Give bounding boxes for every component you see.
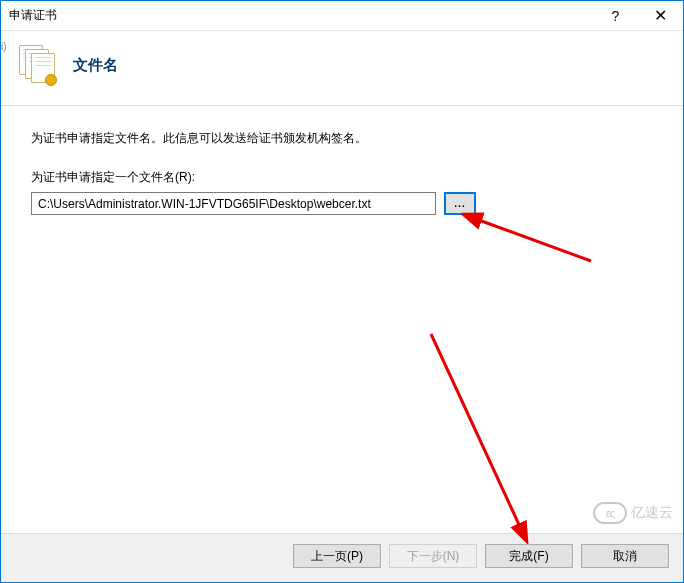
titlebar: 申请证书 ? ✕	[1, 1, 683, 31]
wizard-footer: 上一页(P) 下一步(N) 完成(F) 取消	[1, 533, 683, 582]
file-row: ...	[31, 192, 653, 215]
previous-button[interactable]: 上一页(P)	[293, 544, 381, 568]
page-title: 文件名	[73, 56, 118, 75]
watermark: ες 亿速云	[593, 502, 673, 524]
window-title: 申请证书	[9, 7, 593, 24]
close-button[interactable]: ✕	[638, 1, 683, 30]
certificate-icon	[19, 45, 59, 85]
help-button[interactable]: ?	[593, 1, 638, 30]
left-edge-fragment: i)	[1, 41, 4, 121]
finish-button[interactable]: 完成(F)	[485, 544, 573, 568]
certificate-request-dialog: 申请证书 ? ✕ 文件名 为证书申请指定文件名。此信息可以发送给证书颁发机构签名…	[0, 0, 684, 583]
browse-button[interactable]: ...	[444, 192, 476, 215]
cancel-button[interactable]: 取消	[581, 544, 669, 568]
filename-label: 为证书申请指定一个文件名(R):	[31, 169, 653, 186]
watermark-badge-icon: ες	[593, 502, 627, 524]
watermark-text: 亿速云	[631, 504, 673, 522]
wizard-content: 为证书申请指定文件名。此信息可以发送给证书颁发机构签名。 为证书申请指定一个文件…	[1, 106, 683, 533]
description-text: 为证书申请指定文件名。此信息可以发送给证书颁发机构签名。	[31, 130, 653, 147]
filename-input[interactable]	[31, 192, 436, 215]
wizard-header: 文件名	[1, 31, 683, 105]
next-button: 下一步(N)	[389, 544, 477, 568]
window-controls: ? ✕	[593, 1, 683, 30]
